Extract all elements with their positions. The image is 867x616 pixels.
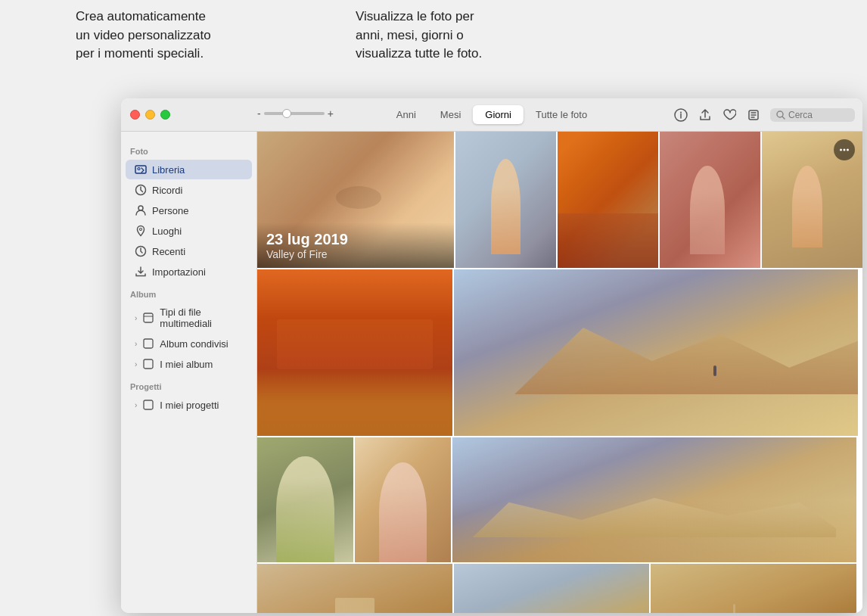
my-projects-icon bbox=[142, 399, 154, 411]
sidebar-item-luoghi[interactable]: Luoghi bbox=[126, 221, 252, 241]
photo-person-1[interactable] bbox=[257, 437, 353, 562]
tab-mesi[interactable]: Mesi bbox=[428, 105, 473, 124]
photo-landscape-big-2[interactable] bbox=[452, 437, 856, 562]
sidebar-item-persone[interactable]: Persone bbox=[126, 201, 252, 220]
sidebar-label-importazioni: Importazioni bbox=[152, 266, 206, 278]
zoom-control: - + bbox=[257, 107, 334, 120]
day-location-1: Valley of Fire bbox=[266, 248, 445, 260]
app-window: - + Anni Mesi Giorni Tutte le foto bbox=[121, 98, 862, 613]
minimize-button[interactable] bbox=[145, 110, 155, 120]
tooltip-left: Crea automaticamenteun video personalizz… bbox=[0, 8, 280, 64]
photo-canyon-3[interactable]: +3 bbox=[651, 564, 856, 613]
photo-person-2[interactable] bbox=[355, 437, 451, 562]
svg-point-18 bbox=[847, 149, 849, 151]
import-icon bbox=[135, 266, 147, 278]
photo-row-3 bbox=[257, 437, 862, 562]
sidebar-item-miei-progetti[interactable]: › I miei progetti bbox=[126, 395, 252, 415]
main-content: Foto Libreria bbox=[121, 132, 862, 613]
day-date-1: 23 lug 2019 bbox=[266, 230, 445, 248]
tab-giorni[interactable]: Giorni bbox=[473, 105, 524, 124]
sidebar-label-miei-album: I miei album bbox=[160, 359, 213, 370]
search-box[interactable] bbox=[770, 108, 855, 122]
sidebar-progetti-section: Progetti bbox=[121, 375, 256, 394]
more-button-1[interactable] bbox=[834, 139, 855, 160]
photo-row-2 bbox=[257, 269, 862, 436]
sidebar-item-album-condivisi[interactable]: › Album condivisi bbox=[126, 334, 252, 353]
sidebar-label-recenti: Recenti bbox=[152, 246, 185, 257]
photo-thumb-1[interactable] bbox=[455, 132, 556, 268]
sidebar-album-section: Album bbox=[121, 282, 256, 302]
titlebar-actions bbox=[673, 107, 855, 123]
svg-rect-14 bbox=[144, 359, 153, 369]
chevron-icon-3: › bbox=[135, 360, 137, 369]
share-icon[interactable] bbox=[698, 107, 713, 123]
sidebar-item-importazioni[interactable]: Importazioni bbox=[126, 262, 252, 282]
sidebar-label-luoghi: Luoghi bbox=[152, 226, 182, 237]
svg-line-5 bbox=[782, 117, 785, 119]
tooltip-area: Crea automaticamenteun video personalizz… bbox=[0, 0, 867, 98]
view-tabs: Anni Mesi Giorni Tutte le foto bbox=[384, 105, 599, 124]
search-input[interactable] bbox=[788, 110, 849, 120]
day-section-1: 23 lug 2019 Valley of Fire bbox=[257, 132, 862, 613]
photo-thumb-3[interactable] bbox=[660, 132, 760, 268]
tooltip-right: Visualizza le foto peranni, mesi, giorni… bbox=[280, 8, 598, 64]
search-icon bbox=[776, 110, 785, 120]
my-albums-icon bbox=[142, 358, 154, 370]
chevron-icon-4: › bbox=[135, 401, 137, 409]
sidebar-label-tipi-file: Tipi di file multimediali bbox=[160, 306, 243, 329]
photo-row-1: 23 lug 2019 Valley of Fire bbox=[257, 132, 862, 268]
close-button[interactable] bbox=[130, 110, 140, 120]
tab-anni[interactable]: Anni bbox=[384, 105, 428, 124]
svg-point-7 bbox=[138, 168, 140, 170]
media-types-icon bbox=[142, 312, 154, 324]
tab-tutte-foto[interactable]: Tutte le foto bbox=[524, 105, 599, 124]
chevron-icon: › bbox=[135, 314, 137, 322]
sidebar-label-libreria: Libreria bbox=[152, 164, 185, 176]
svg-point-16 bbox=[840, 149, 842, 151]
svg-point-17 bbox=[844, 149, 846, 151]
photo-row-4: +3 bbox=[257, 564, 862, 613]
sidebar-label-miei-progetti: I miei progetti bbox=[160, 400, 219, 411]
titlebar: - + Anni Mesi Giorni Tutte le foto bbox=[121, 98, 862, 132]
sidebar-item-recenti[interactable]: Recenti bbox=[126, 241, 252, 261]
sidebar-label-album-condivisi: Album condivisi bbox=[160, 338, 228, 350]
recent-icon bbox=[135, 245, 147, 257]
heart-icon[interactable] bbox=[722, 107, 737, 123]
rotate-icon[interactable] bbox=[746, 107, 761, 123]
zoom-slider-thumb bbox=[282, 109, 291, 118]
photo-landscape-big[interactable] bbox=[454, 269, 858, 436]
people-icon bbox=[135, 204, 147, 216]
chevron-icon-2: › bbox=[135, 340, 137, 348]
photo-landscape-1[interactable] bbox=[257, 269, 452, 436]
zoom-out-button[interactable]: - bbox=[257, 107, 261, 120]
svg-rect-15 bbox=[144, 400, 153, 409]
svg-rect-13 bbox=[144, 339, 153, 348]
sidebar-item-ricordi[interactable]: Ricordi bbox=[126, 180, 252, 200]
info-icon[interactable] bbox=[673, 107, 688, 123]
library-icon bbox=[135, 163, 147, 176]
sidebar-label-ricordi: Ricordi bbox=[152, 185, 182, 196]
svg-point-9 bbox=[138, 206, 143, 210]
svg-rect-6 bbox=[135, 166, 146, 173]
photo-cell-hero[interactable]: 23 lug 2019 Valley of Fire bbox=[257, 132, 454, 268]
sidebar: Foto Libreria bbox=[121, 132, 257, 613]
svg-point-2 bbox=[680, 111, 682, 113]
sidebar-foto-section: Foto bbox=[121, 139, 256, 159]
maximize-button[interactable] bbox=[160, 110, 170, 120]
zoom-slider[interactable] bbox=[264, 112, 325, 115]
photo-canyon-2[interactable] bbox=[454, 564, 649, 613]
svg-point-10 bbox=[140, 229, 142, 231]
shared-albums-icon bbox=[142, 338, 154, 350]
photo-area[interactable]: 23 lug 2019 Valley of Fire bbox=[257, 132, 862, 613]
memories-icon bbox=[135, 184, 147, 196]
traffic-lights bbox=[121, 110, 170, 120]
sidebar-item-libreria[interactable]: Libreria bbox=[126, 160, 252, 179]
photo-thumb-2[interactable] bbox=[558, 132, 658, 268]
zoom-in-button[interactable]: + bbox=[328, 107, 334, 120]
photo-canyon-1[interactable] bbox=[257, 564, 452, 613]
svg-rect-12 bbox=[144, 313, 153, 322]
sidebar-item-miei-album[interactable]: › I miei album bbox=[126, 354, 252, 374]
sidebar-item-tipi-file[interactable]: › Tipi di file multimediali bbox=[126, 303, 252, 333]
places-icon bbox=[135, 225, 147, 237]
sidebar-label-persone: Persone bbox=[152, 205, 188, 216]
